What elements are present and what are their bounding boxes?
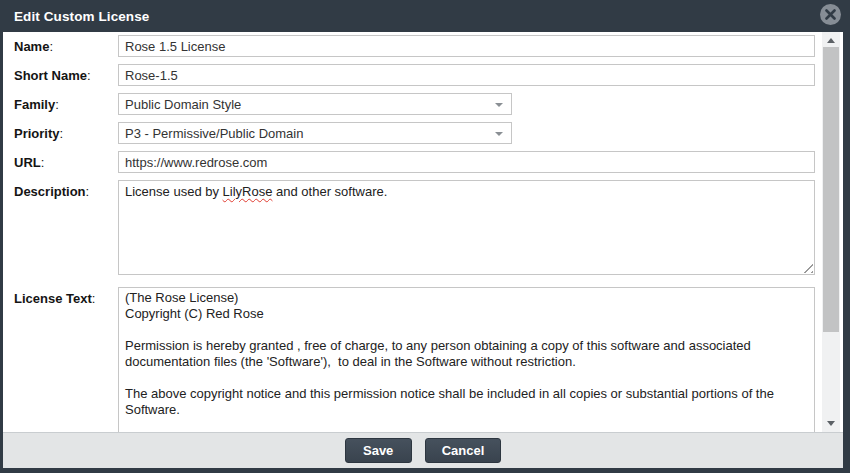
triangle-up-icon	[827, 38, 835, 43]
license-form: Name: Short Name: Family: Public Domain …	[3, 32, 843, 432]
form-row-priority: Priority: P3 - Permissive/Public Domain	[14, 122, 815, 144]
form-row-name: Name:	[14, 35, 815, 57]
family-dropdown[interactable]: Public Domain Style	[118, 93, 512, 115]
short-name-input[interactable]	[118, 64, 815, 86]
close-icon	[825, 9, 836, 20]
dialog-scrollbar[interactable]	[822, 32, 840, 432]
description-label: Description	[14, 184, 86, 199]
form-row-license-text: License Text: (The Rose License) Copyrig…	[14, 287, 815, 432]
triangle-down-icon	[827, 421, 835, 426]
description-textarea[interactable]: License used by LilyRose and other softw…	[118, 180, 815, 275]
priority-label: Priority	[14, 126, 60, 141]
form-row-description: Description: License used by LilyRose an…	[14, 180, 815, 275]
name-label: Name	[14, 39, 49, 54]
close-button[interactable]	[820, 4, 841, 25]
family-label: Family	[14, 97, 55, 112]
edit-custom-license-dialog: Edit Custom License Name: Short Name: Fa…	[0, 0, 850, 473]
dialog-titlebar: Edit Custom License	[0, 0, 850, 32]
scrollbar-thumb[interactable]	[823, 47, 839, 332]
short-name-label: Short Name	[14, 68, 87, 83]
dialog-title: Edit Custom License	[0, 9, 149, 24]
resize-grip-icon[interactable]	[802, 262, 813, 273]
name-input[interactable]	[118, 35, 815, 57]
priority-dropdown[interactable]: P3 - Permissive/Public Domain	[118, 122, 512, 144]
misspelled-word: LilyRose	[223, 184, 273, 199]
save-button[interactable]: Save	[345, 438, 412, 463]
license-text-textarea[interactable]: (The Rose License) Copyright (C) Red Ros…	[118, 287, 815, 432]
chevron-down-icon	[495, 103, 503, 107]
priority-dropdown-value: P3 - Permissive/Public Domain	[125, 126, 303, 141]
url-input[interactable]	[118, 151, 815, 173]
chevron-down-icon	[495, 132, 503, 136]
license-text-label: License Text	[14, 291, 92, 306]
family-dropdown-value: Public Domain Style	[125, 97, 241, 112]
dialog-body: Name: Short Name: Family: Public Domain …	[3, 32, 843, 432]
cancel-button[interactable]: Cancel	[425, 438, 502, 463]
form-row-family: Family: Public Domain Style	[14, 93, 815, 115]
dialog-footer: Save Cancel	[3, 432, 843, 468]
form-row-url: URL:	[14, 151, 815, 173]
form-row-short-name: Short Name:	[14, 64, 815, 86]
url-label: URL	[14, 155, 41, 170]
scroll-up-button[interactable]	[822, 34, 840, 46]
scroll-down-button[interactable]	[822, 417, 840, 429]
